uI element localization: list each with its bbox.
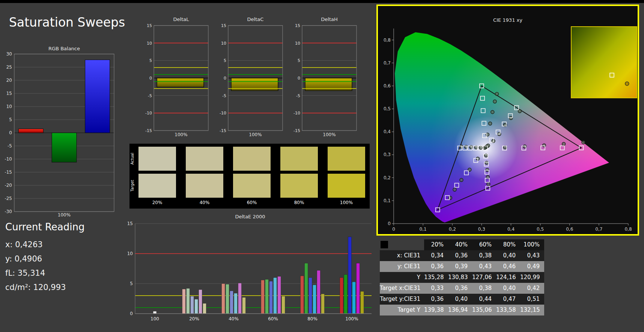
deltae-bar — [282, 296, 285, 314]
swatch-row-label: Target — [130, 174, 135, 197]
x-tick-label: 0,4 — [507, 227, 515, 232]
x-tick-label: 0,5 — [537, 227, 544, 232]
table-cell: 0,33 — [424, 283, 448, 294]
y-tick-label: 0,2 — [384, 175, 391, 180]
deltae-bar — [340, 278, 343, 314]
table-row-label: y: CIE31 — [380, 261, 424, 272]
deltae-bar — [242, 297, 246, 314]
table-row: Target x:CIE310,330,360,380,400,42 — [380, 283, 544, 294]
x-tick-label: 0 — [392, 227, 395, 232]
deltae-bar — [305, 263, 308, 314]
swatch-actual-80% — [280, 147, 318, 171]
table-cell: 0,49 — [520, 261, 544, 272]
deltae-bar — [352, 282, 356, 314]
deltal-svg: -15-10-5051015 — [143, 23, 210, 133]
deltae-bar — [313, 285, 316, 314]
deltae-bar — [344, 275, 348, 314]
table-cell: 0,43 — [520, 250, 544, 261]
x-tick-label: 60% — [268, 316, 278, 321]
y-tick-label: -5 — [8, 143, 12, 149]
table-header-cells: 20%40%60%80%100% — [424, 239, 544, 250]
x-tick-label: 80% — [307, 316, 317, 321]
measurement-table: 20%40%60%80%100%x: CIE310,340,360,380,40… — [380, 239, 544, 315]
y-tick-label: -25 — [5, 196, 12, 201]
deltae-bar — [309, 278, 312, 314]
cie-measured-marker — [582, 141, 585, 144]
cie-measured-marker — [489, 122, 492, 125]
rgb-bar-green — [52, 133, 77, 162]
table-column-header: 20% — [424, 239, 448, 250]
y-tick-label: 0,8 — [384, 38, 391, 43]
x-tick-label: 0,6 — [566, 227, 573, 232]
table-row: Y135,28130,83127,06124,16120,99 — [380, 272, 544, 283]
deltaH-chart: -15-10-5051015 — [291, 23, 358, 135]
deltae-bar — [278, 276, 281, 314]
table-cell: 124,16 — [496, 272, 520, 283]
deltaC-chart: -15-10-5051015 — [217, 23, 284, 135]
swatch-target-20% — [138, 174, 176, 198]
table-cell: 0,43 — [472, 261, 496, 272]
rgb-bar-red — [18, 129, 43, 133]
y-tick-label: 10 — [221, 41, 226, 46]
y-tick-label: -5 — [296, 93, 300, 98]
swatch-target-100% — [328, 174, 365, 198]
deltae-bar — [265, 279, 269, 314]
y-tick-label: -5 — [148, 93, 152, 98]
y-tick-label: 10 — [295, 41, 300, 46]
cie-svg: 00,10,20,30,40,50,60,70,800,10,20,30,40,… — [378, 6, 638, 234]
cie-measured-marker — [485, 161, 488, 164]
y-tick-label: 15 — [127, 221, 133, 226]
table-cell: 132,15 — [520, 305, 544, 315]
table-cell: 0,42 — [520, 283, 544, 294]
y-tick-label: 15 — [147, 23, 152, 28]
y-tick-label: -5 — [222, 93, 226, 98]
table-row: y: CIE310,360,390,430,460,49 — [380, 261, 544, 272]
x-tick-label: 0,8 — [624, 227, 632, 232]
deltac-svg: -15-10-5051015 — [217, 23, 284, 133]
rgb-bar-blue — [85, 60, 110, 133]
table-cell: 133,58 — [496, 305, 520, 315]
swatch-actual-100% — [328, 147, 365, 171]
deltae-bar — [187, 288, 190, 314]
y-tick-label: 20 — [6, 78, 12, 83]
table-row-label: Y — [380, 272, 424, 283]
deltaH-xlabel: 100% — [302, 132, 357, 137]
deltae-bar — [357, 263, 360, 314]
swatch-compare-panel: ActualTarget20%40%60%80%100% — [129, 144, 370, 209]
deltae-bar — [153, 311, 156, 314]
table-cell: 0,47 — [496, 294, 520, 305]
table-cell: 136,94 — [448, 305, 472, 315]
deltae-bar — [199, 290, 202, 314]
reading-fl: fL: 35,314 — [5, 269, 45, 278]
cie-inset-measured-marker — [625, 82, 629, 86]
deltae2000-title: DeltaE 2000 — [131, 214, 370, 219]
y-tick-label: -10 — [5, 156, 12, 162]
table-cell: 0,40 — [496, 250, 520, 261]
deltaL-title: DeltaL — [154, 17, 208, 22]
y-tick-label: 15 — [221, 23, 226, 28]
x-tick-label: 100% — [345, 316, 358, 321]
deltae-bar — [203, 303, 206, 314]
table-cell: 0,40 — [448, 294, 472, 305]
deltaC-title: DeltaC — [228, 17, 283, 22]
swatch-actual-40% — [186, 147, 223, 171]
deltae-bar — [261, 280, 265, 314]
table-row: x: CIE310,340,360,380,400,43 — [380, 250, 544, 261]
table-cell: 135,06 — [472, 305, 496, 315]
y-tick-label: 0,3 — [384, 152, 391, 157]
deltae-bar — [234, 293, 238, 314]
table-header-corner — [380, 239, 424, 250]
swatch-target-80% — [280, 174, 318, 198]
table-cell: 0,44 — [472, 294, 496, 305]
cie-measured-marker — [487, 182, 490, 186]
y-tick-label: -15 — [293, 128, 300, 133]
deltae-bar — [348, 237, 352, 314]
deltae-bar — [269, 281, 273, 314]
table-row: Target y:CIE310,360,400,440,470,51 — [380, 294, 544, 305]
y-tick-label: -15 — [5, 170, 12, 175]
cie-inset — [571, 27, 637, 98]
table-cell: 127,06 — [472, 272, 496, 283]
table-cell: 130,83 — [448, 272, 472, 283]
swatch-pct-label: 80% — [280, 200, 318, 205]
deltah-svg: -15-10-5051015 — [291, 23, 358, 133]
